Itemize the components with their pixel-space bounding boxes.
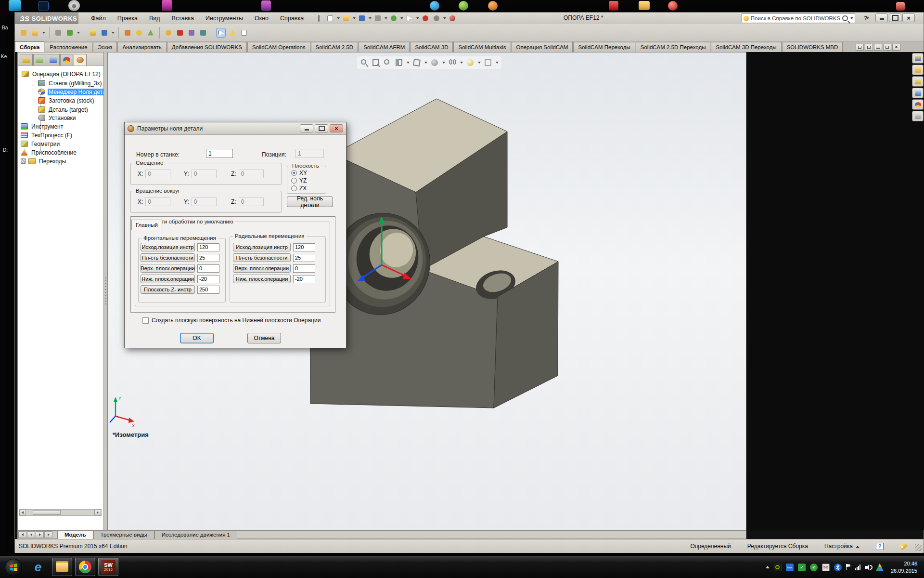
panel-splitter[interactable] [104, 52, 107, 530]
search-caret[interactable] [850, 17, 853, 19]
machine-number-input[interactable] [206, 149, 233, 158]
save-caret[interactable] [369, 17, 372, 19]
propertymanager-tab[interactable] [33, 54, 46, 66]
rebuild-icon[interactable] [421, 13, 430, 23]
action-center-flag-icon[interactable] [846, 564, 851, 570]
tree-item-techprocess[interactable]: ТехПроцесс (F) [21, 131, 73, 139]
radial-upper-plane-button[interactable]: Верх. плоск.операции [233, 264, 291, 273]
tab-solidcam-multiaxis[interactable]: SolidCAM Multiaxis [453, 42, 511, 52]
mc-caret[interactable] [77, 32, 80, 34]
warning-icon[interactable] [228, 28, 237, 38]
notes-icon[interactable] [239, 28, 249, 38]
save-icon[interactable] [357, 13, 367, 23]
tab-solidworks-mbd[interactable]: SOLIDWORKS MBD [782, 42, 843, 52]
tab-model[interactable]: Модель [57, 531, 93, 539]
print-icon[interactable] [373, 13, 383, 23]
cancel-button[interactable]: Отмена [247, 333, 281, 343]
tab-3d-views[interactable]: Трехмерные виды [93, 531, 154, 539]
tab-assembly[interactable]: Сборка [15, 41, 44, 52]
frontal-lower-plane-input[interactable] [197, 275, 219, 283]
sync-tray-icon[interactable]: ✓ [798, 564, 806, 571]
internet-explorer-icon[interactable]: e [28, 558, 48, 576]
dialog-maximize-icon[interactable] [315, 124, 328, 132]
instant3d-icon[interactable] [146, 28, 155, 38]
menu-edit[interactable]: Правка [112, 13, 143, 23]
volume-icon[interactable] [865, 564, 872, 571]
radial-start-position-button[interactable]: Исход.позиция инстр [233, 243, 291, 251]
frontal-start-position-input[interactable] [197, 243, 219, 251]
desktop-icon-right-app[interactable] [896, 2, 905, 11]
radial-start-position-input[interactable] [293, 243, 315, 251]
tree-item-tool[interactable]: Инструмент [21, 122, 64, 131]
google-drive-tray-icon[interactable] [876, 564, 884, 571]
doc-restore-icon[interactable] [883, 44, 891, 51]
desktop-icon-red-app[interactable] [609, 1, 618, 11]
nvidia-tray-icon[interactable] [774, 564, 782, 571]
antivirus-tray-icon[interactable]: ✓ [810, 564, 818, 571]
tree-item-zero-manager[interactable]: Менеджер Ноля детали [38, 88, 103, 96]
frontal-clearance-button[interactable]: Пл-сть безопасности [141, 253, 195, 262]
plane-yz-radio[interactable] [291, 178, 297, 184]
tree-item-setups[interactable]: Установки [38, 114, 77, 122]
tree-item-geometries[interactable]: Геометрии [21, 140, 61, 148]
radial-lower-plane-button[interactable]: Ниж. плоск.операции [233, 275, 291, 283]
tab-addins[interactable]: Добавления SOLIDWORKS [167, 42, 247, 52]
selection-filter-icon[interactable] [216, 28, 226, 38]
frontal-z-tool-plane-input[interactable] [197, 286, 219, 294]
pin-icon[interactable] [314, 13, 324, 23]
select-icon[interactable] [405, 13, 414, 23]
plane-xy-radio[interactable] [291, 170, 297, 176]
appearance-icon[interactable] [448, 13, 457, 23]
tab-evaluate[interactable]: Анализировать [117, 42, 166, 52]
menu-insert[interactable]: Вставка [166, 13, 200, 23]
solidcam-gcode-icon[interactable] [198, 28, 208, 38]
desktop-icon-skype[interactable] [430, 1, 439, 11]
tab-solidcam-3d-transitions[interactable]: SolidCAM 3D Переходы [711, 42, 781, 52]
undo-icon[interactable] [389, 13, 398, 23]
options-icon[interactable] [432, 13, 441, 23]
tree-item-stock[interactable]: Заготовка (stock) [38, 96, 95, 105]
tab-solidcam-operation[interactable]: Операция SolidCAM [512, 42, 573, 52]
tab-solidcam-transitions[interactable]: SolidCAM Переходы [573, 42, 635, 52]
mate-icon[interactable] [30, 28, 40, 38]
open-caret[interactable] [353, 17, 356, 19]
desktop-icon-pink-app[interactable] [261, 0, 271, 11]
last-tab-icon[interactable] [44, 531, 52, 538]
dialog-close-icon[interactable]: × [330, 124, 343, 132]
dock-right-icon[interactable] [865, 44, 873, 51]
dimxpertmanager-tab[interactable] [60, 54, 73, 66]
tree-item-machine[interactable]: Станок (gMilling_3x) [38, 79, 103, 87]
file-explorer-taskbar-icon[interactable] [52, 558, 72, 576]
tree-item-target[interactable]: Деталь (target) [38, 105, 89, 114]
scroll-thumb[interactable] [33, 510, 61, 515]
ok-button[interactable]: OK [180, 333, 214, 343]
create-surface-checkbox[interactable] [142, 317, 149, 324]
tab-sketch[interactable]: Эскиз [93, 42, 117, 52]
menu-help[interactable]: Справка [274, 13, 309, 23]
solidcam-define-icon[interactable] [164, 28, 173, 38]
tree-item-jobs[interactable]: Переходы [21, 157, 67, 165]
radial-upper-plane-input[interactable] [293, 264, 315, 273]
dock-left-icon[interactable] [856, 44, 864, 51]
frontal-lower-plane-button[interactable]: Ниж. плоск.операции [141, 275, 195, 283]
menu-window[interactable]: Окно [249, 13, 274, 23]
open-icon[interactable] [341, 13, 351, 23]
taskbar-clock[interactable]: 20:46 26.09.2015 [891, 560, 917, 575]
desktop-icon-disc[interactable] [68, 0, 80, 11]
smart-fasteners-icon[interactable] [53, 28, 63, 38]
solidcam-manager-tab[interactable] [74, 54, 87, 66]
move-component-icon[interactable] [65, 28, 75, 38]
rg-caret[interactable] [112, 32, 115, 34]
solidworks-taskbar-icon[interactable]: SW 2015 [98, 558, 118, 576]
print-caret[interactable] [385, 17, 387, 19]
m-caret[interactable] [42, 32, 45, 34]
frontal-start-position-button[interactable]: Исход.позиция инстр [141, 243, 195, 251]
dialog-minimize-icon[interactable] [300, 124, 313, 132]
assembly-features-icon[interactable] [88, 28, 98, 38]
jobs-checkbox-icon[interactable] [21, 158, 26, 164]
radial-clearance-button[interactable]: Пл-сть безопасности [233, 253, 291, 262]
tab-solidcam-25d-transitions[interactable]: SolidCAM 2.5D Переходы [636, 42, 711, 52]
desktop-icon-magenta-app[interactable] [162, 0, 172, 11]
menu-view[interactable]: Вид [143, 13, 166, 23]
tag-icon[interactable] [899, 542, 908, 551]
